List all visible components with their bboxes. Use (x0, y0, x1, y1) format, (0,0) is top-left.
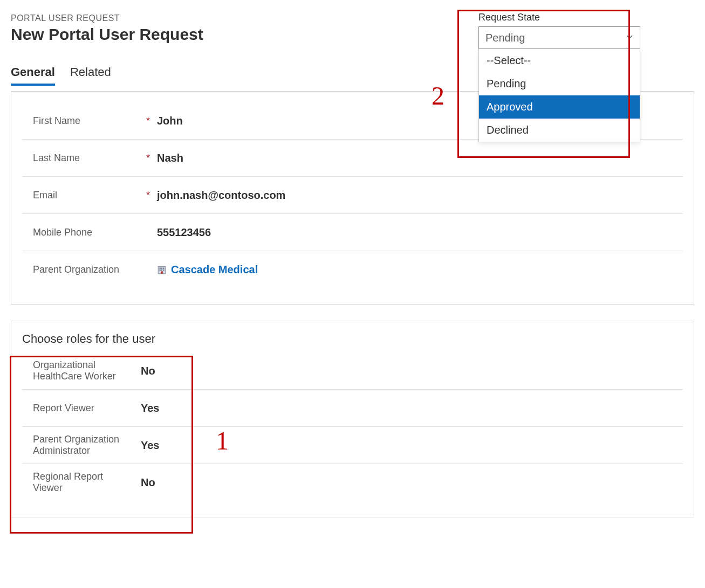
email-value: john.nash@contoso.com (157, 189, 285, 202)
state-option-declined[interactable]: Declined (479, 119, 640, 142)
role-label: Parent Organization Administrator (33, 434, 130, 456)
role-value: Yes (141, 439, 159, 452)
required-indicator: * (146, 153, 157, 164)
state-option-pending[interactable]: Pending (479, 72, 640, 95)
field-mobile-phone[interactable]: Mobile Phone 555123456 (22, 214, 683, 251)
last-name-value: Nash (157, 152, 183, 164)
roles-section-title: Choose roles for the user (22, 332, 683, 346)
role-report-viewer[interactable]: Report Viewer Yes (22, 390, 683, 427)
role-regional-report-viewer[interactable]: Regional Report Viewer No (22, 464, 683, 501)
request-state-select[interactable]: Pending (478, 26, 640, 49)
field-email[interactable]: Email * john.nash@contoso.com (22, 177, 683, 214)
tab-general[interactable]: General (11, 65, 55, 86)
request-state-box: Request State Pending --Select-- Pending… (478, 12, 640, 142)
svg-rect-6 (163, 269, 164, 271)
mobile-phone-value: 555123456 (157, 226, 211, 239)
roles-panel: Choose roles for the user Organizational… (11, 321, 694, 517)
svg-rect-7 (161, 271, 162, 274)
svg-rect-2 (161, 268, 162, 269)
svg-rect-4 (160, 269, 161, 271)
field-parent-organization[interactable]: Parent Organization Cascade Medica (22, 251, 683, 288)
email-label: Email (33, 190, 146, 201)
required-indicator: * (146, 190, 157, 201)
role-parent-org-admin[interactable]: Parent Organization Administrator Yes (22, 427, 683, 464)
role-label: Report Viewer (33, 403, 130, 414)
role-value: Yes (141, 402, 159, 414)
state-option-select[interactable]: --Select-- (479, 49, 640, 72)
tab-related[interactable]: Related (70, 65, 111, 86)
role-label: Regional Report Viewer (33, 471, 130, 494)
field-last-name[interactable]: Last Name * Nash (22, 140, 683, 177)
request-state-dropdown: --Select-- Pending Approved Declined (478, 49, 640, 142)
svg-rect-3 (163, 268, 164, 269)
state-option-approved[interactable]: Approved (479, 95, 640, 119)
role-label: Organizational HealthCare Worker (33, 359, 130, 382)
page-root: PORTAL USER REQUEST New Portal User Requ… (0, 0, 705, 555)
role-value: No (141, 365, 155, 377)
parent-org-link[interactable]: Cascade Medical (157, 264, 258, 276)
first-name-value: John (157, 115, 183, 127)
parent-org-value: Cascade Medical (171, 264, 258, 276)
building-icon (157, 265, 167, 274)
mobile-phone-label: Mobile Phone (33, 227, 146, 238)
last-name-label: Last Name (33, 153, 146, 164)
request-state-label: Request State (478, 12, 640, 23)
svg-rect-5 (161, 269, 162, 271)
first-name-label: First Name (33, 115, 146, 127)
svg-rect-1 (160, 268, 161, 269)
parent-org-label: Parent Organization (33, 264, 146, 275)
chevron-down-icon (626, 33, 633, 43)
required-indicator: * (146, 115, 157, 127)
role-value: No (141, 476, 155, 489)
request-state-selected-value: Pending (485, 32, 525, 44)
role-org-healthcare-worker[interactable]: Organizational HealthCare Worker No (22, 352, 683, 390)
